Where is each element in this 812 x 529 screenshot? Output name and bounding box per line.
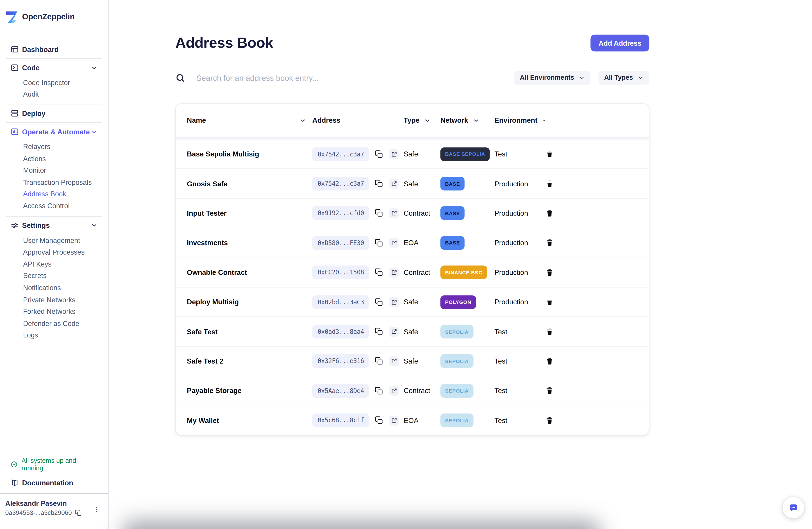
open-in-explorer-button[interactable] bbox=[389, 356, 399, 366]
copy-address-button[interactable] bbox=[375, 149, 383, 159]
open-in-explorer-button[interactable] bbox=[389, 208, 399, 218]
user-menu-button[interactable] bbox=[93, 503, 101, 516]
open-in-explorer-button[interactable] bbox=[389, 179, 399, 189]
column-header-environment[interactable]: Environment bbox=[494, 116, 546, 124]
column-header-address[interactable]: Address bbox=[312, 116, 404, 124]
entry-name: Ownable Contract bbox=[187, 268, 312, 276]
user-account: Aleksandr Pasevin 0a394553-...a5cb29060 bbox=[0, 494, 108, 529]
sidebar-item-notifications[interactable]: Notifications bbox=[23, 282, 102, 294]
copy-address-button[interactable] bbox=[375, 297, 383, 307]
table-row[interactable]: Payable Storage 0x5Aae...8De4 Contract S… bbox=[176, 376, 649, 405]
delete-entry-button[interactable] bbox=[546, 415, 554, 425]
chevron-down-icon bbox=[91, 128, 98, 135]
environment-filter-label: All Environments bbox=[520, 74, 574, 82]
table-row[interactable]: My Wallet 0x5c68...8c1f EOA SEPOLIA Test bbox=[176, 406, 649, 435]
entry-address-cell: 0x5c68...8c1f bbox=[312, 413, 404, 427]
copy-address-button[interactable] bbox=[375, 327, 383, 336]
system-status[interactable]: All systems up and running bbox=[6, 457, 102, 472]
entry-address-cell: 0x0ad3...8aa4 bbox=[312, 325, 404, 339]
delete-entry-button[interactable] bbox=[546, 267, 554, 277]
sidebar-item-monitor[interactable]: Monitor bbox=[23, 164, 102, 176]
sidebar: OpenZeppelin Dashboard Code Code Inspect… bbox=[0, 0, 109, 529]
table-row[interactable]: Base Sepolia Multisig 0x7542...c3a7 Safe… bbox=[176, 139, 649, 168]
open-in-explorer-button[interactable] bbox=[389, 297, 399, 307]
sidebar-item-user-management[interactable]: User Management bbox=[23, 234, 102, 246]
column-header-name[interactable]: Name bbox=[187, 116, 312, 124]
sidebar-item-label: Operate & Automate bbox=[22, 128, 90, 136]
copy-address-button[interactable] bbox=[375, 208, 383, 218]
open-in-explorer-button[interactable] bbox=[389, 238, 399, 248]
copy-tenant-id-button[interactable] bbox=[75, 510, 82, 516]
sidebar-item-defender-as-code[interactable]: Defender as Code bbox=[23, 318, 102, 329]
copy-address-button[interactable] bbox=[375, 416, 383, 425]
delete-entry-button[interactable] bbox=[546, 297, 554, 307]
sidebar-item-api-keys[interactable]: API Keys bbox=[23, 258, 102, 270]
copy-address-button[interactable] bbox=[375, 179, 383, 188]
sidebar-item-address-book[interactable]: Address Book bbox=[23, 188, 102, 200]
copy-address-button[interactable] bbox=[375, 386, 383, 396]
sidebar-item-deploy[interactable]: Deploy bbox=[6, 104, 102, 122]
sidebar-item-dashboard[interactable]: Dashboard bbox=[6, 40, 102, 58]
type-filter-dropdown[interactable]: All Types bbox=[598, 71, 649, 85]
sidebar-item-secrets[interactable]: Secrets bbox=[23, 270, 102, 282]
entry-environment: Production bbox=[494, 268, 546, 276]
delete-entry-button[interactable] bbox=[546, 179, 554, 189]
open-in-explorer-button[interactable] bbox=[389, 327, 399, 337]
open-in-explorer-button[interactable] bbox=[389, 386, 399, 396]
brand-logo[interactable]: OpenZeppelin bbox=[0, 0, 108, 25]
table-row[interactable]: Deploy Multisig 0x02bd...3aC3 Safe POLYG… bbox=[176, 287, 649, 317]
network-badge: BASE bbox=[440, 206, 465, 220]
sidebar-item-label: Code bbox=[22, 64, 40, 72]
address-pill: 0x9192...cfd0 bbox=[312, 206, 369, 220]
search-icon bbox=[175, 73, 185, 83]
sidebar-item-code-inspector[interactable]: Code Inspector bbox=[23, 76, 102, 88]
open-in-explorer-button[interactable] bbox=[389, 267, 399, 277]
network-badge: POLYGON bbox=[440, 295, 476, 309]
delete-entry-button[interactable] bbox=[546, 386, 554, 396]
sidebar-item-logs[interactable]: Logs bbox=[23, 329, 102, 341]
entry-address-cell: 0x5Aae...8De4 bbox=[312, 384, 404, 398]
copy-address-button[interactable] bbox=[375, 268, 383, 277]
sidebar-item-actions[interactable]: Actions bbox=[23, 152, 102, 164]
table-row[interactable]: Safe Test 0x0ad3...8aa4 Safe SEPOLIA Tes… bbox=[176, 317, 649, 346]
sidebar-item-code[interactable]: Code bbox=[6, 59, 102, 76]
entry-environment: Production bbox=[494, 209, 546, 217]
entry-type: EOA bbox=[404, 416, 440, 424]
sidebar-item-settings[interactable]: Settings bbox=[6, 217, 102, 234]
add-address-button[interactable]: Add Address bbox=[591, 35, 649, 52]
table-row[interactable]: Investments 0xD580...FE30 EOA BASE Produ… bbox=[176, 228, 649, 257]
delete-entry-button[interactable] bbox=[546, 356, 554, 366]
address-pill: 0xD580...FE30 bbox=[312, 236, 369, 250]
copy-address-button[interactable] bbox=[375, 238, 383, 248]
sidebar-item-transaction-proposals[interactable]: Transaction Proposals bbox=[23, 176, 102, 188]
column-header-network[interactable]: Network bbox=[440, 116, 494, 124]
sidebar-item-private-networks[interactable]: Private Networks bbox=[23, 294, 102, 306]
sidebar-item-label: Documentation bbox=[22, 479, 73, 487]
delete-entry-button[interactable] bbox=[546, 208, 554, 218]
open-in-explorer-button[interactable] bbox=[389, 415, 399, 425]
delete-entry-button[interactable] bbox=[546, 327, 554, 337]
sidebar-item-audit[interactable]: Audit bbox=[23, 88, 102, 100]
sidebar-item-documentation[interactable]: Documentation bbox=[6, 472, 102, 493]
sidebar-item-operate-automate[interactable]: Operate & Automate bbox=[6, 123, 102, 141]
open-in-explorer-button[interactable] bbox=[389, 149, 399, 159]
table-row[interactable]: Gnosis Safe 0x7542...c3a7 Safe BASE Prod… bbox=[176, 168, 649, 198]
entry-type: Contract bbox=[404, 209, 440, 217]
sidebar-item-access-control[interactable]: Access Control bbox=[23, 200, 102, 212]
table-row[interactable]: Ownable Contract 0xFC20...1508 Contract … bbox=[176, 258, 649, 287]
delete-entry-button[interactable] bbox=[546, 238, 554, 248]
sidebar-item-approval-processes[interactable]: Approval Processes bbox=[23, 246, 102, 258]
code-submenu: Code Inspector Audit bbox=[6, 76, 102, 100]
environment-filter-dropdown[interactable]: All Environments bbox=[514, 71, 591, 85]
table-row[interactable]: Input Tester 0x9192...cfd0 Contract BASE… bbox=[176, 198, 649, 228]
settings-sliders-icon bbox=[11, 221, 19, 230]
entry-name: Base Sepolia Multisig bbox=[187, 150, 312, 158]
sidebar-item-relayers[interactable]: Relayers bbox=[23, 141, 102, 152]
search-input[interactable] bbox=[195, 73, 514, 83]
column-header-type[interactable]: Type bbox=[404, 116, 440, 124]
table-row[interactable]: Safe Test 2 0x32F6...e316 Safe SEPOLIA T… bbox=[176, 346, 649, 376]
sidebar-item-forked-networks[interactable]: Forked Networks bbox=[23, 306, 102, 318]
copy-address-button[interactable] bbox=[375, 356, 383, 366]
chat-support-button[interactable] bbox=[783, 497, 804, 519]
delete-entry-button[interactable] bbox=[546, 149, 554, 159]
